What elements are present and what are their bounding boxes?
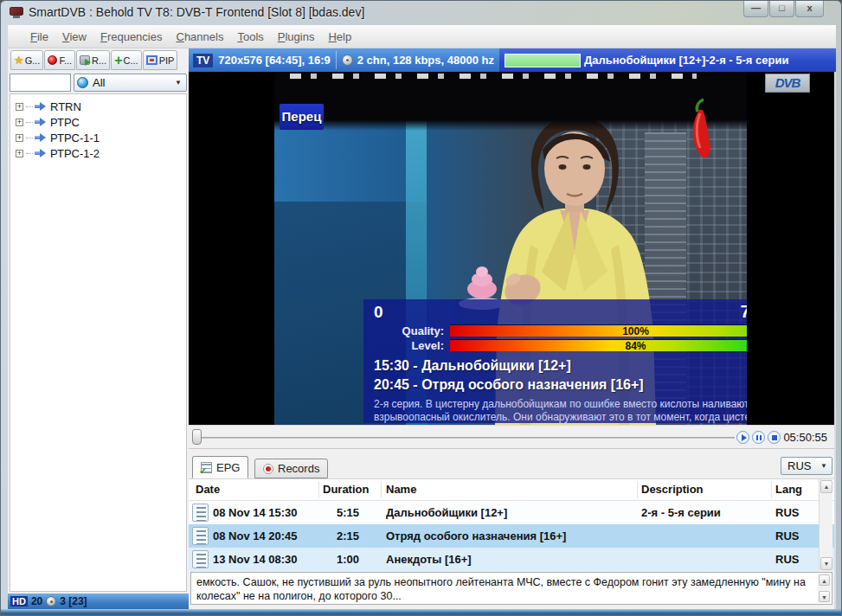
menu-help[interactable]: Help	[321, 28, 358, 46]
search-input[interactable]	[10, 74, 71, 92]
level-label: Level:	[374, 339, 450, 352]
dvb-logo: DVB	[765, 74, 810, 93]
menu-view[interactable]: View	[55, 28, 93, 46]
tab-epg[interactable]: EPG	[192, 456, 248, 478]
level-bar: 84%	[450, 339, 747, 351]
tree-connector	[26, 153, 33, 154]
menubar: File View Frequencies Channels Tools Plu…	[8, 25, 836, 48]
stream-info-bar: TV 720x576 [64:45], 16:9 2 chn, 128 kbps…	[189, 48, 836, 72]
favorites-button[interactable]: F...	[44, 50, 75, 70]
channel-sidebar: All ▼ + RTRN + РТРС + РТРС-1-1 + РТ	[8, 72, 189, 609]
table-row[interactable]: 08 Nov 14 15:30 5:15 Дальнобойщики [12+]…	[189, 501, 834, 524]
program-detail-text: емкость. Сашок, не пустивший за руль нео…	[190, 572, 832, 605]
epg-panel: EPG Records RUS ▼ Date Duration Name Des…	[189, 448, 834, 609]
close-button[interactable]: x	[795, 1, 824, 17]
menu-frequencies[interactable]: Frequencies	[93, 28, 170, 46]
table-row-selected[interactable]: 08 Nov 14 20:45 2:15 Отряд особого назна…	[189, 524, 834, 548]
menu-plugins[interactable]: Plugins	[271, 28, 322, 46]
language-dropdown[interactable]: RUS ▼	[781, 457, 832, 475]
groups-button[interactable]: ★G...	[10, 50, 43, 70]
smartdvb-window: SmartDVB : Behold TV T8: DVB-T Frontend …	[0, 0, 842, 616]
osd-next-program: 20:45 - Отряд особого назначения [16+]	[374, 375, 747, 395]
menu-tools[interactable]: Tools	[230, 28, 270, 46]
hd-count: 20	[31, 595, 42, 607]
pause-button[interactable]	[752, 431, 765, 444]
channels-add-button[interactable]: +C...	[111, 50, 141, 70]
channel-arrow-icon	[35, 119, 45, 125]
window-title: SmartDVB : Behold TV T8: DVB-T Frontend …	[29, 5, 364, 19]
detail-scrollbar[interactable]: ▲ ▼	[818, 574, 831, 603]
program-list-icon	[192, 550, 209, 568]
perec-channel-logo: Перец	[280, 104, 324, 130]
expand-icon[interactable]: +	[16, 119, 23, 126]
scroll-down-icon[interactable]: ▼	[819, 591, 830, 602]
menu-channels[interactable]: Channels	[169, 28, 230, 46]
column-name[interactable]: Name	[386, 483, 416, 496]
pip-icon	[146, 55, 157, 65]
expand-icon[interactable]: +	[16, 150, 23, 157]
current-channel-title: Дальнобойщики [12+]-2-я - 5-я серии	[584, 54, 788, 67]
gem-icon	[48, 55, 57, 65]
scroll-down-icon[interactable]: ▼	[820, 557, 832, 570]
quality-bar: 100%	[450, 324, 747, 337]
scroll-up-icon[interactable]: ▲	[820, 480, 832, 493]
pip-button[interactable]: PIP	[143, 50, 178, 70]
table-row[interactable]: 13 Nov 14 08:30 1:00 Анекдоты [16+] RUS	[189, 548, 834, 571]
records-button[interactable]: R...	[76, 50, 110, 70]
minimize-button[interactable]: —	[743, 1, 768, 17]
group-filter-dropdown[interactable]: All ▼	[74, 74, 187, 92]
column-date[interactable]: Date	[196, 483, 220, 496]
tree-item-rtrs-1-2[interactable]: + РТРС-1-2	[10, 145, 186, 161]
table-scrollbar[interactable]: ▲ ▼	[819, 479, 832, 571]
star-icon: ★	[14, 54, 24, 67]
separator	[336, 51, 337, 69]
column-description[interactable]: Description	[641, 483, 704, 496]
tree-item-rtrs-1-1[interactable]: + РТРС-1-1	[10, 130, 186, 145]
epg-list-icon	[201, 462, 212, 473]
video-area[interactable]: Перец 0 720 x 576 Quality: 100%	[189, 72, 834, 425]
expand-icon[interactable]: +	[16, 134, 23, 142]
epg-table: Date Duration Name Description Lang 08 N…	[189, 478, 834, 570]
osd-counter: 0	[374, 303, 383, 322]
language-value: RUS	[787, 459, 811, 472]
menu-file[interactable]: File	[23, 28, 55, 46]
plus-icon: +	[114, 55, 122, 66]
group-filter-value: All	[93, 76, 105, 89]
channel-section: Дальнобойщики [12+]-2-я - 5-я серии	[499, 48, 836, 72]
audio-info: 2 chn, 128 kbps, 48000 hz	[357, 54, 494, 67]
chevron-down-icon: ▼	[820, 462, 827, 470]
app-icon	[10, 7, 23, 18]
channel-arrow-icon	[35, 134, 45, 141]
play-button[interactable]	[736, 431, 749, 444]
window-border	[1, 609, 842, 616]
globe-icon	[77, 77, 88, 88]
level-value: 84%	[625, 340, 646, 352]
vbi-dashes	[290, 74, 697, 79]
chevron-down-icon: ▼	[175, 79, 182, 87]
audio-disc-icon	[342, 55, 353, 66]
column-duration[interactable]: Duration	[323, 483, 369, 496]
seek-track[interactable]	[197, 437, 735, 439]
stop-button[interactable]	[768, 431, 781, 444]
tree-item-rtrn[interactable]: + RTRN	[10, 99, 186, 114]
osd-overlay: 0 720 x 576 Quality: 100% Level: 84%	[363, 299, 747, 423]
elapsed-time: 05:50:55	[783, 431, 827, 444]
tab-records[interactable]: Records	[254, 459, 328, 478]
osd-now-program: 15:30 - Дальнобойщики [12+]	[374, 356, 747, 375]
maximize-button[interactable]: □	[769, 1, 794, 17]
video-frame: Перец 0 720 x 576 Quality: 100%	[274, 72, 747, 425]
expand-icon[interactable]: +	[16, 103, 23, 111]
column-lang[interactable]: Lang	[775, 483, 802, 496]
tree-item-rtrs[interactable]: + РТРС	[10, 114, 186, 130]
tree-connector	[26, 106, 33, 107]
scroll-up-icon[interactable]: ▲	[819, 574, 830, 586]
record-drive-icon	[80, 55, 90, 65]
tv-badge: TV	[193, 54, 213, 67]
osd-resolution: 720 x 576	[741, 301, 747, 322]
hd-badge: HD	[10, 596, 28, 606]
titlebar[interactable]: SmartDVB : Behold TV T8: DVB-T Frontend …	[1, 1, 842, 25]
quality-value: 100%	[622, 325, 649, 337]
channel-tree: + RTRN + РТРС + РТРС-1-1 + РТРС-1-2	[10, 93, 187, 592]
seek-slider[interactable]	[192, 429, 202, 445]
window-border	[834, 72, 836, 609]
